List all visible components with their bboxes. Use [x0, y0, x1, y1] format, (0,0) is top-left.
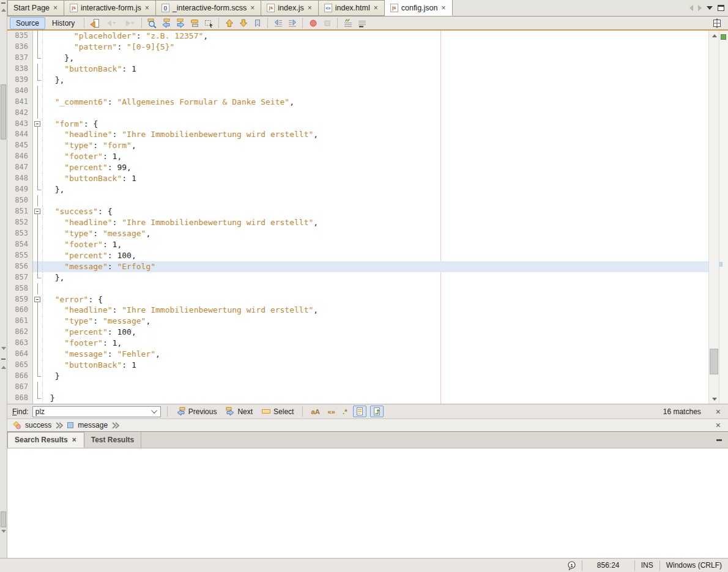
wrap-search-toggle[interactable]: [370, 406, 384, 417]
code-line[interactable]: 859 "error": {: [7, 294, 708, 305]
scrollbar-thumb[interactable]: [710, 349, 718, 374]
line-number[interactable]: 857: [7, 272, 33, 283]
line-number[interactable]: 844: [7, 129, 33, 140]
chevron-right-icon[interactable]: [55, 422, 63, 429]
code-line[interactable]: 867: [7, 382, 708, 393]
code-line[interactable]: 863 "footer": 1,: [7, 338, 708, 349]
line-number[interactable]: 840: [7, 86, 33, 97]
match-case-toggle[interactable]: aA: [309, 407, 322, 416]
line-number[interactable]: 845: [7, 140, 33, 151]
code-line[interactable]: 838 "buttonBack": 1: [7, 64, 708, 75]
line-number[interactable]: 863: [7, 338, 33, 349]
line-number[interactable]: 864: [7, 349, 33, 360]
previous-bookmark-button[interactable]: [223, 17, 236, 29]
toggle-highlight-search-button[interactable]: [188, 17, 201, 29]
line-number[interactable]: 851: [7, 206, 33, 217]
code-line[interactable]: 858: [7, 283, 708, 294]
fold-collapse-icon[interactable]: [33, 119, 42, 130]
line-number[interactable]: 866: [7, 371, 33, 382]
code-line[interactable]: 868 }: [7, 393, 708, 404]
collapse-icon[interactable]: [1, 358, 6, 360]
collapse-icon[interactable]: [1, 2, 6, 4]
code-line[interactable]: 841 "_comment6": "Allgemeines Formular &…: [7, 97, 708, 108]
code-line[interactable]: 861 "type": "message",: [7, 316, 708, 327]
minimize-icon[interactable]: [715, 436, 723, 444]
tab-config-json[interactable]: config.json: [385, 0, 453, 16]
tab-test-results[interactable]: Test Results: [84, 432, 141, 448]
line-number[interactable]: 835: [7, 31, 33, 42]
code-line[interactable]: 847 "percent": 99,: [7, 162, 708, 173]
code-line[interactable]: 845 "type": "form",: [7, 140, 708, 151]
code-line[interactable]: 860 "headline": "Ihre Immobilienbewertun…: [7, 305, 708, 316]
chevron-down-icon[interactable]: [150, 409, 160, 414]
line-number[interactable]: 860: [7, 305, 33, 316]
code-line[interactable]: 843 "form": {: [7, 119, 708, 130]
tab-interactive-form-scss[interactable]: _interactive-form.scss: [156, 0, 262, 16]
fold-collapse-icon[interactable]: [33, 206, 42, 217]
line-number[interactable]: 853: [7, 228, 33, 239]
start-macro-recording-button[interactable]: [306, 17, 319, 29]
code-line[interactable]: 851 "success": {: [7, 206, 708, 217]
scroll-down-icon[interactable]: [1, 530, 6, 533]
editor-vertical-scrollbar[interactable]: [708, 31, 719, 404]
line-number[interactable]: 846: [7, 151, 33, 162]
regular-expression-toggle[interactable]: .*: [341, 407, 349, 416]
back-button[interactable]: [102, 17, 119, 29]
line-number[interactable]: 850: [7, 195, 33, 206]
code-line[interactable]: 856 "message": "Erfolg": [7, 261, 708, 272]
highlight-results-toggle[interactable]: [353, 406, 366, 417]
line-number[interactable]: 855: [7, 250, 33, 261]
code-line[interactable]: 864 "message": "Fehler",: [7, 349, 708, 360]
fold-collapse-icon[interactable]: [33, 294, 42, 305]
close-icon[interactable]: [373, 4, 379, 12]
toggle-bookmark-button[interactable]: [251, 17, 264, 29]
next-bookmark-button[interactable]: [237, 17, 250, 29]
history-view-button[interactable]: History: [46, 18, 80, 29]
notifications-button[interactable]: 1: [562, 560, 582, 571]
scrollbar-thumb[interactable]: [1, 84, 6, 139]
code-line[interactable]: 846 "footer": 1,: [7, 151, 708, 162]
forward-button[interactable]: [121, 17, 138, 29]
line-number[interactable]: 839: [7, 75, 33, 86]
close-icon[interactable]: [250, 4, 255, 12]
line-number[interactable]: 849: [7, 184, 33, 195]
close-icon[interactable]: [713, 421, 723, 429]
code-line[interactable]: 855 "percent": 100,: [7, 250, 708, 261]
find-selection-button[interactable]: [146, 17, 158, 29]
caret-position[interactable]: 856:24: [582, 560, 634, 571]
find-previous-button[interactable]: Previous: [174, 406, 220, 417]
uncomment-button[interactable]: [355, 17, 368, 29]
source-view-button[interactable]: Source: [10, 17, 45, 29]
line-number[interactable]: 858: [7, 283, 33, 294]
maximize-icon[interactable]: [718, 5, 724, 11]
code-line[interactable]: 857 },: [7, 272, 708, 283]
tab-index-js[interactable]: index.js: [261, 0, 318, 16]
line-ending-indicator[interactable]: Windows (CRLF): [659, 560, 728, 571]
rectangular-selection-button[interactable]: [202, 17, 215, 29]
tab-interactive-form-js[interactable]: interactive-form.js: [64, 0, 156, 16]
code-line[interactable]: 862 "percent": 100,: [7, 327, 708, 338]
code-line[interactable]: 844 "headline": "Ihre Immobilienbewertun…: [7, 129, 708, 140]
line-number[interactable]: 843: [7, 119, 33, 130]
code-line[interactable]: 848 "buttonBack": 1: [7, 173, 708, 184]
tab-index-html[interactable]: index.html: [319, 0, 385, 16]
line-number[interactable]: 848: [7, 173, 33, 184]
scroll-up-icon[interactable]: [1, 366, 6, 369]
shift-line-right-button[interactable]: [286, 17, 299, 29]
scroll-tabs-left-icon[interactable]: [689, 5, 693, 11]
line-number[interactable]: 842: [7, 108, 33, 119]
whole-words-toggle[interactable]: «»: [325, 407, 337, 416]
breadcrumb-item-success[interactable]: success: [25, 421, 51, 429]
scroll-up-icon[interactable]: [709, 31, 719, 40]
code-line[interactable]: 835 "placeholder": "z.B. 12357",: [7, 31, 708, 42]
line-number[interactable]: 862: [7, 327, 33, 338]
code-line[interactable]: 854 "footer": 1,: [7, 239, 708, 250]
chevron-right-icon[interactable]: [111, 422, 119, 429]
scrollbar-thumb[interactable]: [1, 511, 6, 527]
close-icon[interactable]: [307, 4, 313, 12]
line-number[interactable]: 837: [7, 53, 33, 64]
line-number[interactable]: 865: [7, 360, 33, 371]
line-number[interactable]: 868: [7, 393, 33, 404]
code-line[interactable]: 852 "headline": "Ihre Immobilienbewertun…: [7, 217, 708, 228]
current-line-mark[interactable]: [719, 262, 722, 267]
